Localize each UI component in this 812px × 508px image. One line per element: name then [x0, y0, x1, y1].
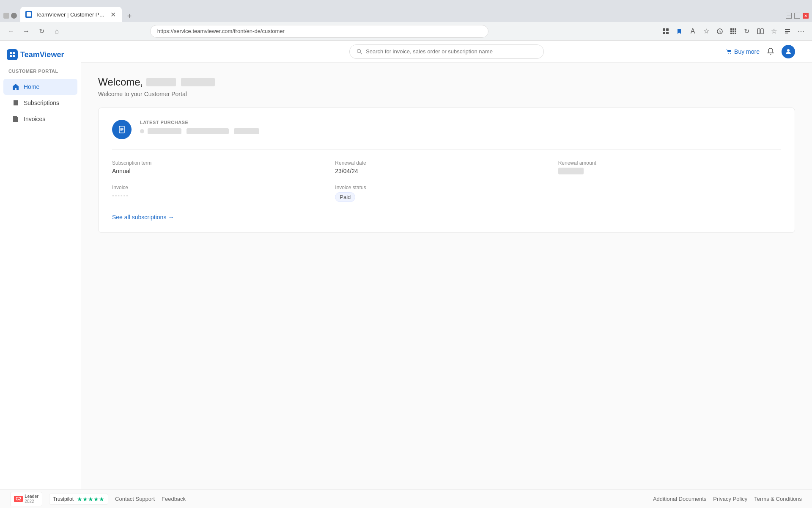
sidebar-item-invoices[interactable]: Invoices — [3, 111, 77, 127]
renewal-amount-blurred — [558, 168, 584, 174]
svg-rect-14 — [732, 33, 734, 34]
purchase-name-row — [140, 128, 781, 134]
buy-more-button[interactable]: Buy more — [726, 48, 760, 55]
see-all-subscriptions-link[interactable]: See all subscriptions → — [112, 214, 174, 221]
trustpilot-label: Trustpilot — [53, 496, 74, 502]
card-container: LATEST PURCHASE — [81, 108, 812, 233]
feedback-link[interactable]: Feedback — [162, 496, 186, 502]
privacy-policy-link[interactable]: Privacy Policy — [713, 496, 747, 502]
extensions-button[interactable] — [660, 25, 672, 37]
star-button[interactable]: ☆ — [700, 25, 712, 37]
settings-button[interactable]: ⋯ — [795, 25, 807, 37]
minimize-button[interactable]: — — [786, 13, 792, 19]
see-all-arrow: → — [168, 214, 174, 221]
svg-rect-15 — [735, 33, 736, 34]
invoice-label: Invoice — [112, 185, 335, 190]
refresh-button[interactable]: ↻ — [36, 25, 47, 37]
svg-rect-13 — [730, 33, 732, 34]
sidebar-section-label: CUSTOMER PORTAL — [0, 69, 81, 79]
grid-button[interactable] — [727, 25, 739, 37]
maximize-button[interactable] — [794, 13, 800, 19]
svg-point-22 — [357, 49, 361, 52]
forward-button[interactable]: → — [20, 25, 32, 37]
svg-rect-16 — [757, 29, 760, 34]
footer-right: Additional Documents Privacy Policy Term… — [653, 496, 802, 502]
additional-documents-link[interactable]: Additional Documents — [653, 496, 706, 502]
welcome-text: Welcome, — [98, 76, 143, 88]
user-first-name-blurred — [146, 78, 176, 86]
svg-rect-19 — [13, 52, 15, 54]
header-right: Buy more — [726, 45, 795, 58]
logo-text: TeamViewer — [20, 50, 64, 59]
svg-rect-11 — [732, 30, 734, 32]
main-header: Buy more — [81, 44, 812, 59]
terms-conditions-link[interactable]: Terms & Conditions — [754, 496, 802, 502]
product-extra-blurred — [234, 128, 259, 134]
subscription-details-grid: Subscription term Annual Renewal date 23… — [112, 160, 781, 202]
svg-rect-20 — [10, 55, 12, 57]
footer-bar: G2 Leader 2022 Trustpilot ★★★★★ Contact … — [0, 489, 812, 508]
window-icon — [11, 13, 17, 19]
invoice-status-value: Paid — [335, 192, 355, 202]
close-window-button[interactable]: ✕ — [803, 13, 809, 19]
cart-icon — [726, 49, 732, 55]
subscription-term-label: Subscription term — [112, 160, 335, 166]
welcome-subtitle: Welcome to your Customer Portal — [98, 91, 795, 97]
invoice-status-item: Invoice status Paid — [335, 185, 558, 202]
bookmark-extension-button[interactable] — [673, 25, 685, 37]
g2-leader-label: G2 — [14, 496, 23, 502]
product-color-dot — [140, 129, 144, 133]
g2-leader: Leader — [25, 494, 38, 499]
user-last-name-blurred — [181, 78, 215, 86]
renewal-date-value: 23/04/24 — [335, 168, 558, 174]
latest-purchase-section: LATEST PURCHASE — [112, 120, 781, 150]
back-button[interactable]: ← — [5, 25, 17, 37]
notification-button[interactable] — [765, 46, 776, 58]
tab-close-button[interactable]: ✕ — [109, 11, 117, 18]
split-button[interactable] — [754, 25, 766, 37]
app-layout: TeamViewer CUSTOMER PORTAL Home Subscrip… — [0, 41, 812, 508]
svg-rect-18 — [10, 52, 12, 54]
profile-icon — [3, 13, 9, 19]
page-content: Welcome, Welcome to your Customer Portal — [81, 63, 812, 508]
toolbar-right: A ☆ A ↻ ☆ ⋯ — [660, 25, 807, 37]
search-input[interactable] — [366, 48, 537, 55]
home-nav-button[interactable]: ⌂ — [51, 25, 63, 37]
renewal-amount-label: Renewal amount — [558, 160, 781, 166]
svg-rect-1 — [663, 28, 665, 31]
favorites-button[interactable]: ☆ — [768, 25, 780, 37]
renewal-date-label: Renewal date — [335, 160, 558, 166]
svg-rect-10 — [730, 30, 732, 32]
browser-chrome: TeamViewer | Customer Portal ✕ + — ✕ — [0, 0, 812, 22]
sync-button[interactable]: ↻ — [741, 25, 753, 37]
user-avatar[interactable] — [782, 45, 795, 58]
g2-year: 2022 — [25, 499, 38, 504]
svg-rect-17 — [761, 29, 763, 34]
address-bar[interactable]: https://service.teamviewer.com/front/en-… — [150, 25, 488, 38]
trustpilot-badge: Trustpilot ★★★★★ — [49, 494, 108, 505]
app-header: Buy more — [81, 41, 812, 63]
welcome-section: Welcome, Welcome to your Customer Portal — [81, 63, 812, 108]
teamviewer-logo: TeamViewer — [0, 49, 81, 69]
font-button[interactable]: A — [687, 25, 699, 37]
sidebar-item-home[interactable]: Home — [3, 79, 77, 95]
sidebar-item-subscriptions[interactable]: Subscriptions — [3, 95, 77, 111]
search-bar[interactable] — [349, 44, 544, 59]
renewal-date-item: Renewal date 23/04/24 — [335, 160, 558, 174]
g2-text: Leader 2022 — [25, 494, 38, 504]
contact-support-link[interactable]: Contact Support — [115, 496, 155, 502]
new-tab-button[interactable]: + — [123, 10, 135, 22]
product-name-blurred — [148, 128, 181, 134]
another-ext-button[interactable]: A — [714, 25, 726, 37]
collections-button[interactable] — [782, 25, 793, 37]
svg-rect-9 — [735, 28, 736, 30]
invoices-icon — [12, 115, 19, 123]
see-all-label: See all subscriptions — [112, 214, 166, 221]
subscription-card: LATEST PURCHASE — [98, 108, 795, 233]
browser-tab-active[interactable]: TeamViewer | Customer Portal ✕ — [20, 7, 122, 22]
g2-badge: G2 Leader 2022 — [10, 492, 42, 506]
svg-rect-8 — [732, 28, 734, 30]
svg-point-25 — [730, 53, 731, 54]
purchase-icon — [112, 120, 132, 139]
tab-favicon — [25, 11, 32, 18]
